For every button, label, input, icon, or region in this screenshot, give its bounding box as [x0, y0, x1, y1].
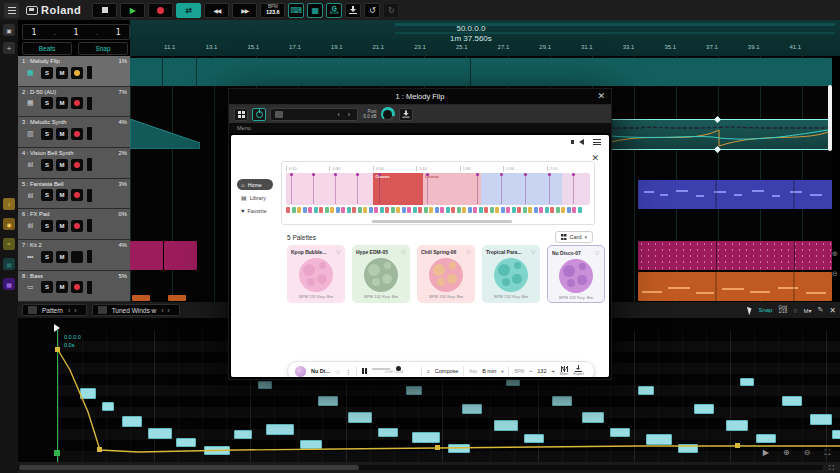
undo-button[interactable]: ↺: [364, 3, 380, 18]
pr-play-icon[interactable]: ▶: [763, 448, 769, 458]
song-section-chorus[interactable]: Chorus: [423, 173, 481, 205]
fullscreen-icon[interactable]: ⛶: [829, 464, 834, 472]
track-mute-button[interactable]: M: [56, 189, 68, 201]
player-progress-slider[interactable]: -0:09 / 0:24: [372, 368, 416, 374]
clip-kit2-right[interactable]: [638, 241, 832, 270]
player-pause-button[interactable]: [362, 368, 367, 374]
midi-note[interactable]: [204, 446, 230, 455]
track-instrument-icon[interactable]: ▭: [22, 281, 38, 293]
palette-card[interactable]: Hype EDM-05♡BPM 132 Key: Bm: [352, 245, 410, 303]
horizontal-scrollbar[interactable]: [17, 465, 823, 470]
midi-note[interactable]: [610, 428, 630, 437]
clip-melodic-synth-selected[interactable]: [610, 119, 830, 150]
plugin-power-button[interactable]: [252, 108, 266, 121]
magnet-icon[interactable]: ○: [793, 307, 797, 314]
midi-note[interactable]: [494, 420, 518, 431]
track-arm-button[interactable]: [71, 128, 83, 140]
clip-bass[interactable]: [638, 272, 832, 301]
midi-note[interactable]: [832, 430, 840, 439]
track-solo-button[interactable]: S: [41, 251, 53, 263]
loop-button[interactable]: ⇄: [176, 3, 201, 18]
favorite-heart-icon[interactable]: ♡: [336, 248, 341, 255]
midi-note[interactable]: [524, 434, 544, 443]
pr-zoom-in-icon[interactable]: ⊕: [783, 448, 790, 458]
track-row[interactable]: 3 : Melodic Synth4%▥SM: [18, 117, 130, 148]
track-fader[interactable]: [87, 97, 92, 110]
track-solo-button[interactable]: S: [41, 128, 53, 140]
clip-fantasia-bell[interactable]: [638, 180, 832, 209]
groove-mode-button[interactable]: GMODE: [326, 3, 342, 18]
track-arm-button[interactable]: [71, 67, 83, 79]
clip-kit2-left-1[interactable]: [130, 241, 163, 270]
midi-note[interactable]: [756, 434, 776, 443]
hamburger-menu-button[interactable]: [4, 3, 19, 18]
track-row[interactable]: 7 : Kit 24%•••SM: [18, 240, 130, 271]
plugin-save-button[interactable]: [399, 108, 413, 121]
midi-note[interactable]: [234, 430, 252, 439]
plugin-grid-button[interactable]: [234, 108, 248, 121]
key-chevron-icon[interactable]: ▾: [501, 369, 503, 374]
keyboard-button[interactable]: ⌨: [288, 3, 304, 18]
instrument-category-keys[interactable]: ♪: [3, 198, 15, 210]
plugin-window-close-button[interactable]: ✕: [597, 91, 605, 101]
track-arm-button[interactable]: [71, 159, 83, 171]
midi-note[interactable]: [462, 404, 482, 414]
track-fader[interactable]: [87, 281, 92, 294]
track-row[interactable]: 4 : Vision Bell Synth2%ılılSM: [18, 148, 130, 179]
pattern-prev-next[interactable]: ‹›: [68, 307, 81, 314]
midi-note[interactable]: [348, 412, 372, 423]
editor-snap-toggle[interactable]: Snap: [758, 307, 772, 313]
mode-dropdown[interactable]: M▾: [803, 307, 811, 314]
track-row[interactable]: 2 : D-50 (AU)7%▦SM: [18, 87, 130, 118]
track-solo-button[interactable]: S: [41, 189, 53, 201]
player-more-icon[interactable]: ⋮: [345, 368, 351, 375]
speaker-icon[interactable]: [579, 139, 584, 145]
midi-note[interactable]: [678, 444, 698, 453]
browser-panel-button[interactable]: ▣: [3, 24, 15, 36]
track-fader[interactable]: [87, 189, 92, 202]
instrument-prev-next[interactable]: ‹›: [161, 307, 174, 314]
track-mute-button[interactable]: M: [56, 281, 68, 293]
track-row[interactable]: 6 : FX Pad0%ılılSM: [18, 209, 130, 240]
pr-zoom-out-icon[interactable]: ⊖: [804, 448, 811, 458]
track-mute-button[interactable]: M: [56, 159, 68, 171]
player-heart-icon[interactable]: ♡: [335, 368, 340, 375]
track-solo-button[interactable]: S: [41, 281, 53, 293]
clip-melody-flip[interactable]: [130, 58, 832, 86]
plugin-window-titlebar[interactable]: 1 : Melody Flip ✕: [229, 89, 611, 105]
clip-automation-ramp[interactable]: [130, 119, 200, 149]
midi-note[interactable]: [258, 381, 272, 389]
midi-note[interactable]: [406, 386, 422, 395]
track-row[interactable]: 1 : Melody Flip1%▦SM: [18, 56, 130, 87]
midi-note[interactable]: [266, 424, 294, 435]
post-gain-knob[interactable]: [381, 107, 395, 121]
preset-prev-next[interactable]: ‹ ›: [337, 111, 353, 118]
midi-note[interactable]: [694, 404, 714, 414]
midi-note[interactable]: [810, 414, 832, 425]
play-button[interactable]: ▶: [120, 3, 145, 18]
player-artwork[interactable]: [295, 366, 306, 377]
plugin-nav-home[interactable]: ⌂Home: [237, 179, 273, 190]
track-solo-button[interactable]: S: [41, 97, 53, 109]
transport-position-display[interactable]: 1. 1. 1: [22, 24, 130, 40]
song-section[interactable]: [286, 173, 373, 205]
midi-note[interactable]: [378, 428, 398, 437]
key-value-dropdown[interactable]: B min: [482, 368, 496, 374]
midi-note[interactable]: [148, 428, 172, 439]
track-fader[interactable]: [87, 66, 92, 79]
track-instrument-icon[interactable]: •••: [22, 251, 38, 263]
midi-note[interactable]: [638, 386, 654, 395]
midi-note[interactable]: [646, 434, 672, 445]
snap-toggle-button[interactable]: Snap: [78, 42, 128, 55]
track-instrument-icon[interactable]: ılıl: [22, 159, 38, 171]
cursor-tool-icon[interactable]: [747, 305, 753, 315]
pattern-selector[interactable]: Pattern ‹›: [22, 304, 87, 316]
midi-note[interactable]: [726, 420, 748, 431]
track-mute-button[interactable]: M: [56, 128, 68, 140]
view-mode-dropdown[interactable]: Card ▾: [555, 231, 593, 243]
export-button[interactable]: Export: [574, 365, 584, 377]
pad-grid-button[interactable]: ▦: [307, 3, 323, 18]
draw-tool-icon[interactable]: ✎: [817, 306, 823, 314]
scrollbar-thumb[interactable]: [19, 465, 359, 470]
midi-note[interactable]: [80, 388, 96, 399]
